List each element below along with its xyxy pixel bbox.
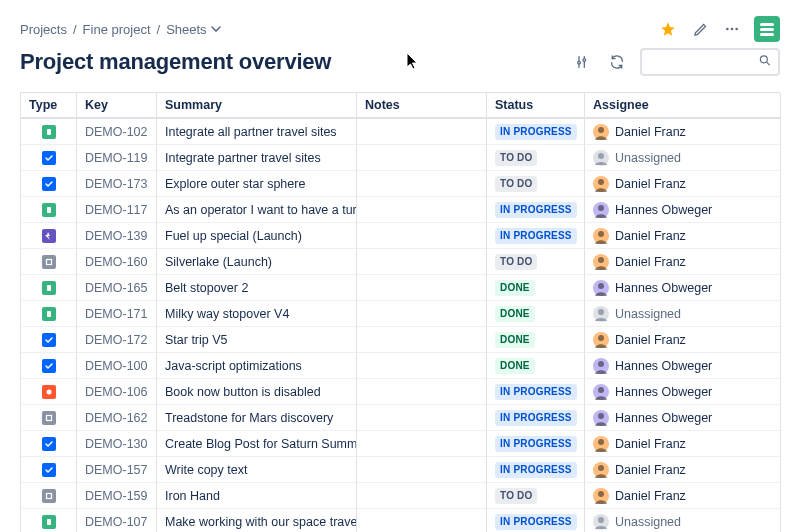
cell-type[interactable] (21, 301, 77, 327)
cell-notes[interactable] (357, 197, 487, 223)
star-button[interactable] (658, 19, 678, 39)
cell-key[interactable]: DEMO-130 (77, 431, 157, 457)
table-row[interactable]: DEMO-157 Write copy text IN PROGRESS Dan… (21, 457, 780, 483)
cell-status[interactable]: IN PROGRESS (487, 431, 585, 457)
crumb-project-name[interactable]: Fine project (83, 22, 151, 37)
cell-notes[interactable] (357, 145, 487, 171)
cell-notes[interactable] (357, 301, 487, 327)
cell-status[interactable]: DONE (487, 327, 585, 353)
cell-notes[interactable] (357, 405, 487, 431)
cell-type[interactable] (21, 119, 77, 145)
cell-key[interactable]: DEMO-165 (77, 275, 157, 301)
cell-status[interactable]: TO DO (487, 483, 585, 509)
cell-type[interactable] (21, 197, 77, 223)
cell-type[interactable] (21, 249, 77, 275)
cell-status[interactable]: DONE (487, 301, 585, 327)
cell-assignee[interactable]: Hannes Obweger (585, 197, 781, 223)
col-notes[interactable]: Notes (357, 93, 487, 119)
cell-type[interactable] (21, 431, 77, 457)
cell-type[interactable] (21, 483, 77, 509)
cell-notes[interactable] (357, 379, 487, 405)
cell-assignee[interactable]: Daniel Franz (585, 327, 781, 353)
cell-type[interactable] (21, 223, 77, 249)
table-row[interactable]: DEMO-160 Silverlake (Launch) TO DO Danie… (21, 249, 780, 275)
table-row[interactable]: DEMO-107 Make working with our space tra… (21, 509, 780, 532)
cell-assignee[interactable]: Hannes Obweger (585, 379, 781, 405)
cell-key[interactable]: DEMO-106 (77, 379, 157, 405)
table-row[interactable]: DEMO-171 Milky way stopover V4 DONE Unas… (21, 301, 780, 327)
cell-assignee[interactable]: Daniel Franz (585, 119, 781, 145)
cell-summary[interactable]: Treadstone for Mars discovery (157, 405, 357, 431)
cell-notes[interactable] (357, 119, 487, 145)
col-assignee[interactable]: Assignee (585, 93, 781, 119)
cell-key[interactable]: DEMO-157 (77, 457, 157, 483)
cell-summary[interactable]: Fuel up special (Launch) (157, 223, 357, 249)
cell-status[interactable]: IN PROGRESS (487, 509, 585, 532)
cell-assignee[interactable]: Hannes Obweger (585, 405, 781, 431)
cell-status[interactable]: IN PROGRESS (487, 119, 585, 145)
cell-type[interactable] (21, 171, 77, 197)
filter-button[interactable] (572, 51, 594, 73)
cell-assignee[interactable]: Unassigned (585, 301, 781, 327)
table-row[interactable]: DEMO-162 Treadstone for Mars discovery I… (21, 405, 780, 431)
cell-key[interactable]: DEMO-102 (77, 119, 157, 145)
table-row[interactable]: DEMO-165 Belt stopover 2 DONE Hannes Obw… (21, 275, 780, 301)
cell-status[interactable]: DONE (487, 353, 585, 379)
table-row[interactable]: DEMO-117 As an operator I want to have a… (21, 197, 780, 223)
cell-status[interactable]: TO DO (487, 145, 585, 171)
cell-notes[interactable] (357, 509, 487, 532)
cell-assignee[interactable]: Daniel Franz (585, 223, 781, 249)
cell-type[interactable] (21, 379, 77, 405)
col-summary[interactable]: Summary (157, 93, 357, 119)
cell-status[interactable]: IN PROGRESS (487, 457, 585, 483)
cell-summary[interactable]: Explore outer star sphere (157, 171, 357, 197)
cell-status[interactable]: IN PROGRESS (487, 223, 585, 249)
cell-assignee[interactable]: Unassigned (585, 509, 781, 532)
cell-assignee[interactable]: Daniel Franz (585, 249, 781, 275)
cell-assignee[interactable]: Hannes Obweger (585, 275, 781, 301)
cell-notes[interactable] (357, 171, 487, 197)
cell-type[interactable] (21, 509, 77, 532)
cell-status[interactable]: DONE (487, 275, 585, 301)
col-status[interactable]: Status (487, 93, 585, 119)
cell-summary[interactable]: Iron Hand (157, 483, 357, 509)
cell-assignee[interactable]: Daniel Franz (585, 483, 781, 509)
cell-summary[interactable]: Integrate all partner travel sites (157, 119, 357, 145)
cell-assignee[interactable]: Daniel Franz (585, 431, 781, 457)
cell-summary[interactable]: Belt stopover 2 (157, 275, 357, 301)
cell-notes[interactable] (357, 327, 487, 353)
search-input[interactable] (650, 54, 752, 71)
cell-notes[interactable] (357, 249, 487, 275)
refresh-button[interactable] (606, 51, 628, 73)
crumb-projects[interactable]: Projects (20, 22, 67, 37)
cell-summary[interactable]: Make working with our space trave... (157, 509, 357, 532)
cell-key[interactable]: DEMO-107 (77, 509, 157, 532)
cell-status[interactable]: IN PROGRESS (487, 197, 585, 223)
table-row[interactable]: DEMO-173 Explore outer star sphere TO DO… (21, 171, 780, 197)
cell-summary[interactable]: Star trip V5 (157, 327, 357, 353)
cell-type[interactable] (21, 405, 77, 431)
edit-button[interactable] (690, 19, 710, 39)
cell-summary[interactable]: Create Blog Post for Saturn Summ... (157, 431, 357, 457)
crumb-sheets-dropdown[interactable]: Sheets (166, 22, 220, 37)
cell-key[interactable]: DEMO-139 (77, 223, 157, 249)
cell-key[interactable]: DEMO-100 (77, 353, 157, 379)
cell-notes[interactable] (357, 483, 487, 509)
cell-type[interactable] (21, 145, 77, 171)
cell-key[interactable]: DEMO-117 (77, 197, 157, 223)
cell-summary[interactable]: Integrate partner travel sites (157, 145, 357, 171)
table-row[interactable]: DEMO-159 Iron Hand TO DO Daniel Franz (21, 483, 780, 509)
cell-notes[interactable] (357, 223, 487, 249)
cell-type[interactable] (21, 353, 77, 379)
cell-assignee[interactable]: Daniel Franz (585, 457, 781, 483)
cell-type[interactable] (21, 457, 77, 483)
search-field[interactable] (640, 48, 780, 76)
col-type[interactable]: Type (21, 93, 77, 119)
cell-status[interactable]: TO DO (487, 249, 585, 275)
cell-status[interactable]: TO DO (487, 171, 585, 197)
cell-key[interactable]: DEMO-160 (77, 249, 157, 275)
cell-key[interactable]: DEMO-171 (77, 301, 157, 327)
cell-key[interactable]: DEMO-119 (77, 145, 157, 171)
cell-notes[interactable] (357, 457, 487, 483)
table-row[interactable]: DEMO-130 Create Blog Post for Saturn Sum… (21, 431, 780, 457)
